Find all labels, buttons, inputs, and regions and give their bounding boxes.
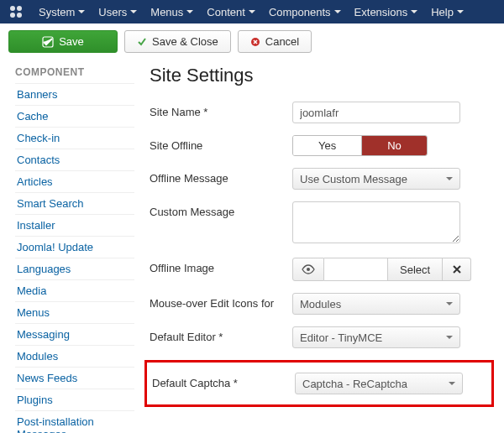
editor-label: Default Editor *: [150, 326, 292, 343]
sidebar-item-cache[interactable]: Cache: [15, 105, 134, 127]
svg-point-1: [17, 6, 22, 11]
siteoffline-yes[interactable]: Yes: [293, 136, 361, 155]
sidebar-item-joomlaupdate[interactable]: Joomla! Update: [15, 236, 134, 258]
sidebar-item-menus[interactable]: Menus: [15, 301, 134, 323]
sidebar-item-languages[interactable]: Languages: [15, 258, 134, 279]
mouseover-value: Modules: [300, 298, 341, 310]
svg-point-6: [307, 268, 310, 271]
toolbar: Save Save & Close Cancel: [0, 23, 504, 60]
cancel-button[interactable]: Cancel: [238, 30, 312, 53]
captcha-highlight: Default Captcha * Captcha - ReCaptcha: [144, 360, 494, 407]
sidebar-item-plugins[interactable]: Plugins: [15, 389, 134, 410]
menu-menus[interactable]: Menus: [144, 0, 200, 23]
sidebar-item-installer[interactable]: Installer: [15, 214, 134, 236]
siteoffline-label: Site Offline: [150, 135, 292, 152]
chevron-down-icon: [449, 382, 455, 385]
offlineimg-label: Offline Image: [150, 258, 292, 274]
mouseover-label: Mouse-over Edit Icons for: [150, 293, 292, 310]
menu-help[interactable]: Help: [424, 0, 470, 23]
svg-point-3: [17, 13, 22, 18]
offlinemsg-select[interactable]: Use Custom Message: [292, 168, 460, 190]
top-menubar: System Users Menus Content Components Ex…: [0, 0, 504, 23]
custommsg-textarea[interactable]: [292, 201, 460, 243]
offlineimg-select-button[interactable]: Select: [388, 258, 443, 281]
menu-extensions[interactable]: Extensions: [348, 0, 425, 23]
menu-system[interactable]: System: [32, 0, 92, 23]
offlineimg-clear-button[interactable]: [443, 258, 471, 281]
main-content: Site Settings Site Name * Site Offline Y…: [134, 60, 504, 433]
preview-button[interactable]: [292, 258, 324, 281]
editor-select[interactable]: Editor - TinyMCE: [292, 326, 460, 348]
svg-point-0: [10, 6, 15, 11]
chevron-down-icon: [446, 177, 453, 180]
save-label: Save: [59, 35, 84, 48]
sidebar-item-checkin[interactable]: Check-in: [15, 127, 134, 149]
joomla-logo-icon[interactable]: [5, 3, 27, 20]
sidebar-item-smartsearch[interactable]: Smart Search: [15, 192, 134, 214]
save-close-button[interactable]: Save & Close: [124, 30, 231, 53]
sidebar-item-postinstall[interactable]: Post-installation Messages: [15, 410, 134, 433]
sidebar-item-banners[interactable]: Banners: [15, 83, 134, 105]
sidebar-item-articles[interactable]: Articles: [15, 170, 134, 192]
page-title: Site Settings: [150, 65, 489, 86]
captcha-select[interactable]: Captcha - ReCaptcha: [295, 373, 463, 394]
sitename-input[interactable]: [292, 102, 460, 123]
menu-users[interactable]: Users: [92, 0, 144, 23]
sidebar-item-contacts[interactable]: Contacts: [15, 149, 134, 170]
sidebar-heading: COMPONENT: [15, 66, 134, 78]
custommsg-label: Custom Message: [150, 201, 292, 218]
editor-value: Editor - TinyMCE: [300, 331, 382, 344]
close-icon: [452, 264, 462, 274]
offlinemsg-label: Offline Message: [150, 168, 292, 185]
menu-components[interactable]: Components: [262, 0, 348, 23]
menu-content[interactable]: Content: [200, 0, 262, 23]
siteoffline-no[interactable]: No: [361, 136, 427, 155]
eye-icon: [302, 264, 315, 274]
sidebar-item-modules[interactable]: Modules: [15, 345, 134, 367]
captcha-label: Default Captcha *: [152, 373, 295, 389]
offlineimg-path: [324, 258, 388, 281]
sidebar-item-media[interactable]: Media: [15, 279, 134, 301]
cancel-label: Cancel: [265, 35, 299, 48]
sitename-label: Site Name *: [150, 102, 292, 118]
svg-point-2: [10, 13, 15, 18]
chevron-down-icon: [446, 336, 453, 339]
offlinemsg-value: Use Custom Message: [300, 173, 407, 185]
captcha-value: Captcha - ReCaptcha: [302, 378, 407, 390]
chevron-down-icon: [446, 302, 453, 305]
sidebar-item-messaging[interactable]: Messaging: [15, 323, 134, 345]
mouseover-select[interactable]: Modules: [292, 293, 460, 315]
save-button[interactable]: Save: [8, 30, 118, 53]
sidebar-item-newsfeeds[interactable]: News Feeds: [15, 367, 134, 389]
save-close-label: Save & Close: [152, 35, 218, 48]
sidebar: COMPONENT Banners Cache Check-in Contact…: [0, 60, 134, 433]
siteoffline-toggle: Yes No: [292, 135, 428, 156]
offlineimg-group: Select: [292, 258, 471, 281]
